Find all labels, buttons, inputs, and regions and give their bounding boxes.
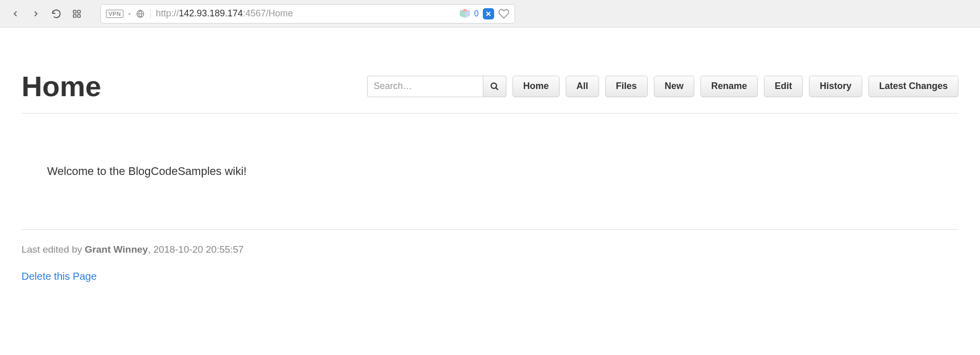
search-input[interactable] [367,76,483,97]
page-header: Home Home All Files New Rename Edit Hist… [22,28,958,114]
chevron-left-icon [11,9,20,18]
welcome-text: Welcome to the BlogCodeSamples wiki! [47,165,958,178]
back-button[interactable] [8,7,23,21]
blocker-count[interactable]: 0 [474,9,479,18]
globe-icon [136,9,145,18]
url-path: :4567/Home [243,8,293,18]
svg-point-5 [491,83,497,88]
reload-icon [51,9,61,19]
svg-rect-3 [78,14,80,17]
content-body: Welcome to the BlogCodeSamples wiki! [22,114,958,230]
latest-changes-button[interactable]: Latest Changes [868,76,958,97]
last-edited-line: Last edited by Grant Winney, 2018-10-20 … [22,244,958,255]
page-container: Home Home All Files New Rename Edit Hist… [0,28,980,282]
delete-page-link[interactable]: Delete this Page [22,271,97,282]
search-group [367,76,506,97]
vpn-badge[interactable]: VPN [106,10,123,18]
cube-icon[interactable] [460,9,470,19]
new-button[interactable]: New [654,76,694,97]
separator-dot [129,13,131,15]
heart-icon[interactable] [498,8,509,19]
url-display: http://142.93.189.174:4567/Home [156,8,455,19]
chevron-right-icon [31,9,40,18]
home-button[interactable]: Home [513,76,560,97]
address-bar[interactable]: VPN http://142.93.189.174:4567/Home 0 ✕ [100,4,515,24]
svg-rect-0 [73,10,76,13]
page-title: Home [22,70,101,103]
svg-line-6 [496,87,498,90]
address-separator [150,9,151,19]
search-button[interactable] [483,76,506,97]
apps-grid-icon [72,9,81,18]
search-icon [490,82,499,91]
last-edited-prefix: Last edited by [22,244,85,255]
svg-rect-2 [73,14,76,17]
svg-rect-1 [78,10,80,13]
browser-toolbar: VPN http://142.93.189.174:4567/Home 0 ✕ [0,0,980,28]
last-edited-timestamp: , 2018-10-20 20:55:57 [148,244,244,255]
history-button[interactable]: History [809,76,862,97]
reload-button[interactable] [49,7,63,21]
edit-button[interactable]: Edit [764,76,803,97]
page-footer: Last edited by Grant Winney, 2018-10-20 … [22,230,958,282]
all-button[interactable]: All [566,76,599,97]
author-name: Grant Winney [85,244,148,255]
page-toolbar: Home All Files New Rename Edit History L… [367,76,958,97]
url-scheme: http:// [156,8,179,18]
address-right-controls: 0 ✕ [460,8,509,19]
apps-button[interactable] [70,7,84,21]
forward-button[interactable] [29,7,43,21]
shield-icon[interactable]: ✕ [483,8,494,19]
url-host: 142.93.189.174 [179,8,243,18]
rename-button[interactable]: Rename [700,76,758,97]
files-button[interactable]: Files [605,76,648,97]
